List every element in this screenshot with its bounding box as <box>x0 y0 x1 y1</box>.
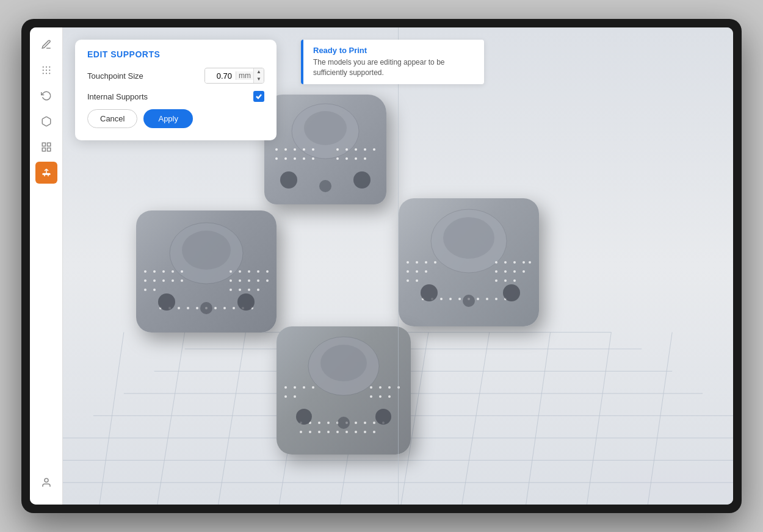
internal-supports-label: Internal Supports <box>87 92 148 101</box>
svg-point-147 <box>284 395 287 398</box>
model-bottom <box>277 326 411 455</box>
svg-point-174 <box>373 431 375 433</box>
svg-point-103 <box>237 293 255 311</box>
svg-point-99 <box>233 307 235 309</box>
svg-point-151 <box>388 386 391 389</box>
svg-point-81 <box>266 270 269 273</box>
svg-point-116 <box>495 261 497 264</box>
svg-point-73 <box>172 279 174 282</box>
layout-icon[interactable] <box>35 136 57 158</box>
model-left <box>136 210 277 332</box>
svg-point-76 <box>153 289 156 291</box>
svg-point-85 <box>257 279 259 282</box>
svg-point-56 <box>336 157 339 160</box>
svg-point-86 <box>266 279 269 282</box>
svg-point-51 <box>336 148 339 151</box>
svg-point-153 <box>370 395 372 398</box>
svg-point-50 <box>312 157 314 160</box>
history-icon[interactable] <box>35 85 57 107</box>
increment-button[interactable]: ▲ <box>254 68 264 76</box>
model-left-detail <box>136 210 277 332</box>
svg-point-130 <box>440 298 443 300</box>
internal-supports-checkbox[interactable] <box>253 91 264 102</box>
model-icon[interactable] <box>35 110 57 132</box>
supports-icon[interactable] <box>35 162 57 184</box>
svg-point-1 <box>45 66 46 68</box>
svg-point-150 <box>379 386 382 389</box>
decrement-button[interactable]: ▼ <box>254 76 264 83</box>
model-top-detail <box>264 95 386 204</box>
touchpoint-size-input[interactable] <box>205 69 236 83</box>
svg-point-109 <box>425 261 427 264</box>
svg-point-61 <box>353 171 371 189</box>
svg-point-145 <box>303 386 305 389</box>
banner-title: Ready to Print <box>313 46 474 55</box>
svg-point-164 <box>373 422 375 424</box>
svg-point-52 <box>345 148 348 151</box>
svg-point-80 <box>257 270 259 273</box>
svg-point-62 <box>319 180 331 192</box>
svg-point-65 <box>144 270 146 273</box>
svg-point-74 <box>181 279 183 282</box>
screen: EDIT SUPPORTS Touchpoint Size mm ▲ ▼ <box>30 27 733 505</box>
svg-point-77 <box>230 270 232 273</box>
cancel-button[interactable]: Cancel <box>87 109 137 128</box>
svg-point-117 <box>504 261 507 264</box>
svg-point-166 <box>300 431 302 433</box>
svg-point-146 <box>312 386 314 389</box>
svg-point-49 <box>303 157 305 160</box>
svg-point-108 <box>416 261 418 264</box>
svg-point-148 <box>294 395 296 398</box>
apply-button[interactable]: Apply <box>143 109 193 128</box>
svg-point-138 <box>421 284 438 301</box>
svg-point-119 <box>523 261 525 264</box>
panel-title: EDIT SUPPORTS <box>87 49 264 59</box>
svg-point-64 <box>182 231 231 270</box>
svg-point-120 <box>529 261 531 264</box>
model-top <box>264 95 386 204</box>
svg-point-3 <box>42 70 43 71</box>
ready-to-print-banner: Ready to Print The models you are editin… <box>301 40 484 84</box>
svg-point-125 <box>495 279 497 282</box>
svg-point-176 <box>375 409 391 425</box>
svg-point-57 <box>345 157 348 160</box>
svg-point-45 <box>312 148 314 151</box>
svg-point-66 <box>153 270 156 273</box>
svg-point-170 <box>336 431 339 433</box>
svg-point-72 <box>162 279 165 282</box>
svg-point-19 <box>45 478 48 482</box>
touchpoint-label: Touchpoint Size <box>87 71 143 81</box>
svg-point-123 <box>513 270 516 273</box>
svg-point-140 <box>463 295 475 307</box>
svg-point-115 <box>416 279 418 282</box>
svg-point-121 <box>495 270 497 273</box>
svg-point-40 <box>304 111 347 145</box>
svg-point-43 <box>294 148 296 151</box>
svg-point-4 <box>45 70 46 71</box>
internal-supports-row: Internal Supports <box>87 91 264 102</box>
svg-point-169 <box>327 431 330 433</box>
svg-point-58 <box>355 157 357 160</box>
svg-point-173 <box>364 431 366 433</box>
svg-rect-13 <box>43 174 50 175</box>
svg-point-110 <box>434 261 436 264</box>
spinner-buttons: ▲ ▼ <box>253 68 264 83</box>
svg-point-55 <box>373 148 375 151</box>
svg-point-46 <box>275 157 278 160</box>
svg-point-78 <box>239 270 241 273</box>
model-bottom-detail <box>277 326 411 455</box>
svg-point-131 <box>449 298 452 300</box>
dots-grid-icon[interactable] <box>35 59 57 81</box>
svg-rect-11 <box>47 148 50 151</box>
checkmark-icon <box>255 93 262 100</box>
svg-point-143 <box>284 386 287 389</box>
svg-point-94 <box>187 307 189 309</box>
pen-tool-icon[interactable] <box>35 34 57 56</box>
svg-point-155 <box>388 395 391 398</box>
svg-point-113 <box>425 270 427 273</box>
svg-point-79 <box>248 270 250 273</box>
svg-point-84 <box>248 279 250 282</box>
svg-point-89 <box>248 289 250 291</box>
user-icon[interactable] <box>35 472 57 494</box>
svg-point-106 <box>443 217 494 259</box>
